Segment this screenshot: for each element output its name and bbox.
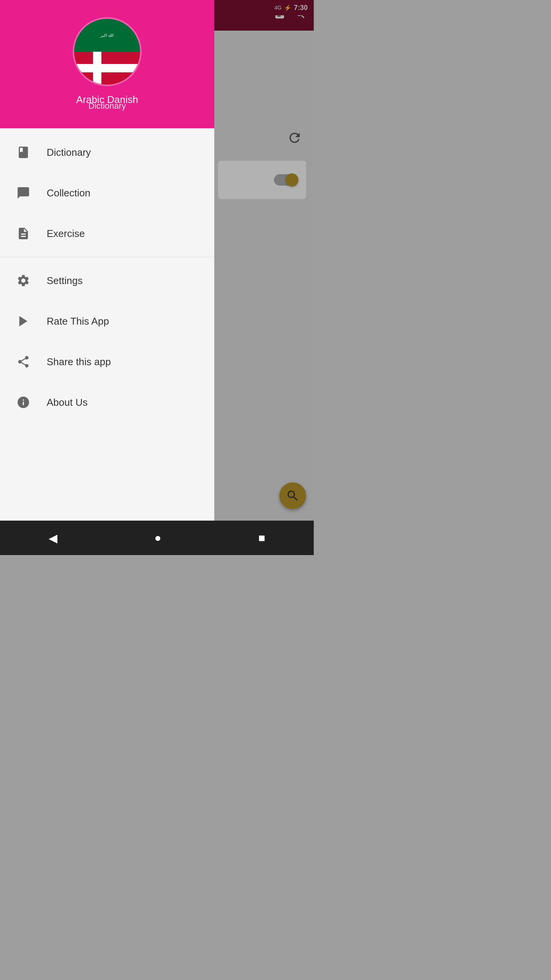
- settings-icon: [14, 271, 33, 290]
- rate-icon: [14, 312, 33, 331]
- saudi-flag: الله اكبر: [74, 19, 140, 52]
- recent-button[interactable]: ■: [258, 531, 265, 544]
- home-button[interactable]: ●: [154, 531, 161, 544]
- drawer-header: الله اكبر Arabic Danish Dictionary: [0, 0, 214, 128]
- menu-item-settings[interactable]: Settings: [0, 260, 214, 301]
- dictionary-label: Dictionary: [47, 147, 91, 158]
- menu-item-exercise[interactable]: Exercise: [0, 213, 214, 254]
- about-label: About Us: [47, 397, 88, 408]
- cross-horizontal: [74, 64, 140, 72]
- share-icon: [14, 352, 33, 371]
- info-icon: [14, 393, 33, 412]
- menu-item-share[interactable]: Share this app: [0, 341, 214, 382]
- collection-label: Collection: [47, 187, 90, 199]
- drawer-overlay: الله اكبر Arabic Danish Dictionary: [0, 0, 314, 555]
- flag-icon: الله اكبر: [73, 17, 142, 86]
- denmark-flag: [74, 52, 140, 85]
- drawer-menu: Dictionary Collection Exercise: [0, 128, 214, 555]
- exercise-icon: [14, 224, 33, 243]
- share-label: Share this app: [47, 356, 111, 368]
- menu-item-rate[interactable]: Rate This App: [0, 301, 214, 341]
- book-icon: [14, 143, 33, 162]
- drawer-scrim[interactable]: [214, 0, 314, 555]
- menu-divider: [0, 257, 214, 257]
- collection-icon: [14, 183, 33, 203]
- menu-item-dictionary[interactable]: Dictionary: [0, 132, 214, 173]
- back-button[interactable]: ◀: [49, 531, 57, 545]
- menu-item-about[interactable]: About Us: [0, 382, 214, 423]
- bottom-navigation: ◀ ● ■: [0, 521, 314, 555]
- navigation-drawer: الله اكبر Arabic Danish Dictionary: [0, 0, 214, 555]
- menu-item-collection[interactable]: Collection: [0, 173, 214, 213]
- app-name: Arabic Danish Dictionary: [76, 94, 138, 111]
- rate-label: Rate This App: [47, 315, 109, 327]
- settings-label: Settings: [47, 275, 83, 287]
- exercise-label: Exercise: [47, 228, 85, 240]
- cross-vertical: [93, 52, 101, 85]
